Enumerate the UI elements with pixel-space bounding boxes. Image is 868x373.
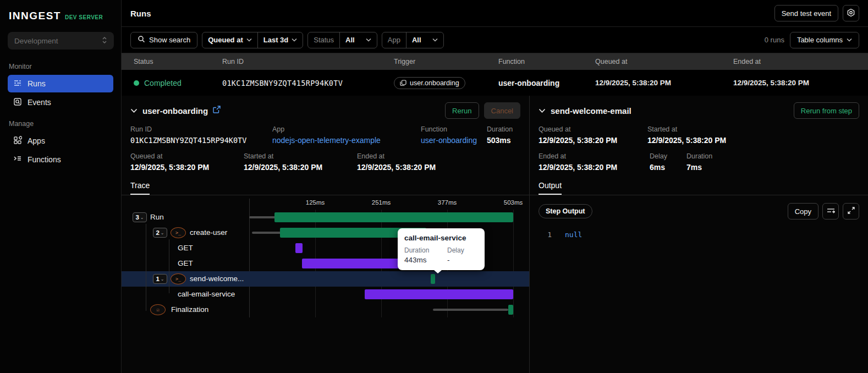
app-link[interactable]: nodejs-open-telemetry-example [272,136,421,145]
span-bar[interactable] [302,259,400,268]
table-columns-button[interactable]: Table columns [790,32,859,48]
collapse-chevron-icon[interactable] [130,106,138,116]
field-step-ended-at: Ended at 12/9/2025, 5:38:20 PM [539,152,650,172]
axis-tick-label: 125ms [306,199,325,206]
trace-tooltip: call-email-service Duration Delay 443ms … [398,228,485,270]
tab-trace[interactable]: Trace [130,181,150,195]
field-queued-at: Queued at 12/9/2025, 5:38:20 PM [130,152,244,172]
tree-connector-line [169,239,169,293]
field-ended-at: Ended at 12/9/2025, 5:38:20 PM [357,152,520,172]
trace-row-label: GET [122,240,249,256]
monitor-section-label: Monitor [0,55,121,74]
step-details-panel: send-welcome-email Rerun from step Queue… [530,96,868,373]
chevron-down-icon [366,38,371,42]
runs-icon [13,79,22,89]
time-range-selector[interactable]: Last 3d [257,32,303,48]
table-header: Status Run ID Trigger Function Queued at… [122,53,868,70]
field-started-at: Started at 12/9/2025, 5:38:20 PM [244,152,357,172]
sidebar-item-functions[interactable]: Functions [8,151,113,168]
time-field-selector[interactable]: Queued at [202,32,257,48]
status-cell: Completed [134,79,222,87]
trace-row-name: GET [178,259,193,267]
trace-time-axis: 125ms251ms377ms503ms [249,199,513,210]
trace-row-label: GET [122,256,249,271]
trigger-pill[interactable]: user.onboarding [394,77,465,89]
ended-at-cell: 12/9/2025, 5:38:20 PM [733,79,868,87]
sidebar-item-runs[interactable]: Runs [8,75,113,92]
sidebar-item-apps[interactable]: Apps [8,132,113,150]
queue-wait-line[interactable] [433,309,508,311]
copy-event-icon [400,80,406,86]
sidebar-item-label: Functions [28,155,61,164]
span-bar[interactable] [295,243,303,253]
collapse-count-badge[interactable]: 2⌄ [153,228,167,238]
environment-selector[interactable]: Development [8,32,114,50]
trace-row-name: create-user [190,228,227,237]
step-icon: >_ [171,227,186,238]
sidebar-item-label: Events [28,98,51,107]
collapse-count-badge[interactable]: 1⌄ [153,274,167,284]
rerun-button[interactable]: Rerun [445,102,479,119]
dev-server-badge: DEV SERVER [65,14,103,20]
trace-row-run[interactable]: 3⌄Run [122,210,529,225]
output-tab-bar: Output [530,174,868,195]
show-search-button[interactable]: Show search [130,32,197,48]
queue-wait-line[interactable] [249,216,276,218]
axis-tick-label: 503ms [504,199,523,206]
span-bar[interactable] [365,289,513,299]
expand-button[interactable] [843,203,859,220]
trace-row-call-email-service[interactable]: call-email-service [122,287,529,302]
trace-row-name: send-welcome... [190,275,244,283]
field-step-delay: Delay 6ms [650,152,686,172]
gear-icon [847,8,855,19]
run-title: user-onboarding [142,106,208,116]
col-function: Function [498,58,595,65]
sidebar-item-label: Runs [28,79,46,88]
field-step-queued-at: Queued at 12/9/2025, 5:38:20 PM [539,125,647,145]
col-status: Status [134,58,222,65]
runs-count: 0 runs [765,36,784,44]
settings-button[interactable] [843,5,859,21]
trace-row-label: call-email-service [122,287,249,302]
sidebar-item-events[interactable]: Events [8,94,113,111]
collapse-chevron-icon[interactable] [539,106,546,116]
trace-row-chart [249,271,513,287]
col-queued-at: Queued at [595,58,733,65]
field-duration: Duration 503ms [487,125,520,145]
collapse-count-badge[interactable]: 3⌄ [133,212,147,222]
span-bar[interactable] [431,274,435,284]
tab-output[interactable]: Output [539,181,562,195]
trace-row-chart [249,210,513,225]
rerun-from-step-button[interactable]: Rerun from step [794,102,859,119]
code-value: null [565,231,582,239]
trigger-cell: user.onboarding [394,77,498,89]
tree-connector-line [146,224,146,311]
trace-row-chart [249,287,513,302]
status-filter-value[interactable]: All [339,32,377,48]
app-filter-value[interactable]: All [406,32,443,48]
output-code-line: 1 null [530,225,868,244]
cancel-button[interactable]: Cancel [484,102,520,119]
status-badge: Completed [144,79,182,87]
span-bar[interactable] [274,212,513,222]
field-function: Function user-onboarding [421,125,487,145]
trace-row-chart [249,302,513,317]
app-filter-label: App [382,32,406,48]
queue-wait-line[interactable] [252,232,281,234]
finalization-icon: ☑ [150,304,166,315]
external-link-icon[interactable] [213,106,221,116]
field-step-duration: Duration 7ms [686,152,859,172]
wrap-text-button[interactable] [822,203,839,220]
trace-row-label: 1⌄>_send-welcome... [122,271,249,287]
function-link[interactable]: user-onboarding [421,136,487,145]
trace-row-finalization[interactable]: ☑Finalization [122,302,529,317]
trace-row-send-welcome-[interactable]: 1⌄>_send-welcome... [122,271,529,287]
step-output-badge: Step Output [539,204,592,218]
field-step-started-at: Started at 12/9/2025, 5:38:20 PM [647,125,859,145]
span-bar[interactable] [508,305,513,315]
manage-section-label: Manage [0,112,121,131]
send-test-event-button[interactable]: Send test event [774,5,838,21]
copy-button[interactable]: Copy [788,203,818,220]
app-filter: App All [382,32,444,48]
table-row[interactable]: Completed 01KC1ZMSBNY9ZQT415RP94K0TV use… [122,70,868,96]
